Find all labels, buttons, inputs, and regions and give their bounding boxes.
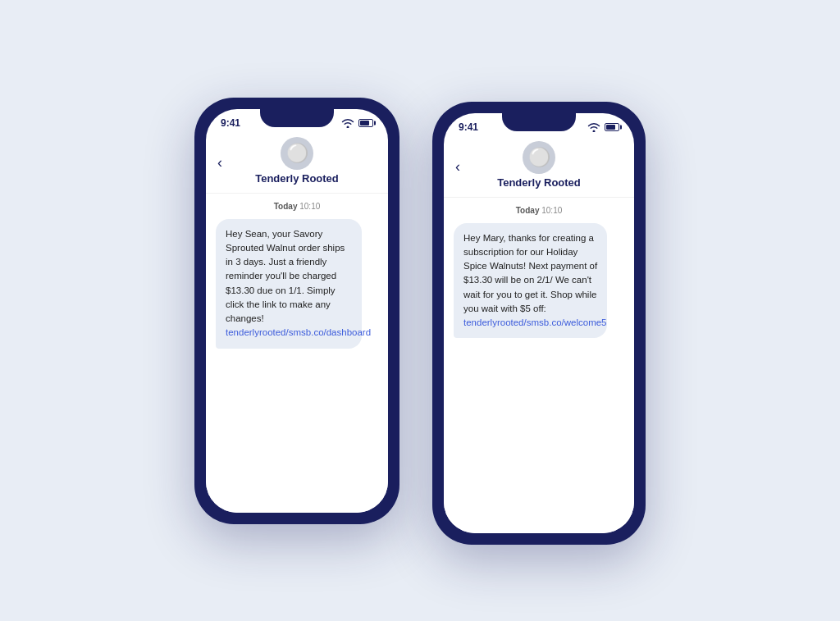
phone-2-time: 9:41 [459, 121, 478, 133]
phone-2-screen: 9:41 ‹ ⚪ Tenderly Ro [444, 113, 634, 533]
battery-icon [358, 119, 373, 127]
battery-icon-2 [605, 123, 619, 131]
phone-1-timestamp: Today 10:10 [216, 202, 378, 211]
phone-1-screen: 9:41 ‹ ⚪ [206, 109, 388, 513]
phone-2-message-text: Hey Mary, thanks for creating a subscrip… [463, 233, 597, 313]
phone-2-timestamp: Today 10:10 [454, 206, 624, 215]
phone-1-notch [260, 109, 334, 127]
phone-2-status-icons [587, 122, 619, 132]
phone-2-message-link[interactable]: tenderlyrooted/smsb.co/welcome5 [463, 317, 607, 327]
phone-2-back-button[interactable]: ‹ [455, 158, 460, 175]
phone-2-contact-name: Tenderly Rooted [497, 176, 581, 189]
phone-1-status-icons [341, 118, 373, 128]
phone-1-chat-body: Today 10:10 Hey Sean, your Savory Sprout… [206, 194, 388, 513]
wifi-icon-2 [587, 122, 600, 132]
phone-2-chat-body: Today 10:10 Hey Mary, thanks for creatin… [444, 198, 634, 533]
phone-1-avatar: ⚪ [281, 137, 313, 170]
phone-2-avatar: ⚪ [523, 141, 555, 174]
phone-1-message-link[interactable]: tenderlyrooted/smsb.co/dashboard [226, 327, 371, 337]
phone-2-notch [502, 113, 576, 131]
wifi-icon [341, 118, 354, 128]
phone-1-chat-header: ‹ ⚪ Tenderly Rooted [206, 132, 388, 194]
phone-1-contact-name: Tenderly Rooted [255, 172, 339, 185]
phone-1-message-text: Hey Sean, your Savory Sprouted Walnut or… [226, 229, 345, 324]
phone-1-back-button[interactable]: ‹ [217, 153, 222, 171]
phone-2-avatar-icon: ⚪ [528, 148, 550, 167]
phone-1-message-bubble: Hey Sean, your Savory Sprouted Walnut or… [216, 219, 362, 349]
phone-1-avatar-icon: ⚪ [286, 144, 308, 162]
phone-2-message-bubble: Hey Mary, thanks for creating a subscrip… [454, 223, 607, 339]
phone-1-time: 9:41 [221, 117, 240, 129]
phone-2-chat-header: ‹ ⚪ Tenderly Rooted [444, 136, 634, 198]
phone-2: 9:41 ‹ ⚪ Tenderly Ro [432, 102, 646, 545]
phones-container: 9:41 ‹ ⚪ [194, 77, 646, 545]
phone-1: 9:41 ‹ ⚪ [194, 98, 399, 524]
